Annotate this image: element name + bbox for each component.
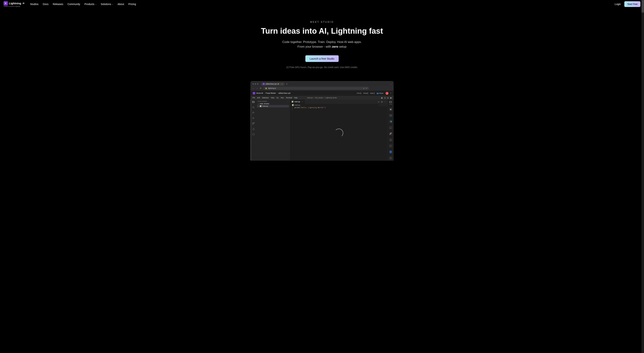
editor-tab-bar: main.py × ▷ ◫ ⋯ xyxy=(290,100,388,104)
more-actions-icon[interactable]: ⋯ xyxy=(384,101,386,103)
launch-studio-button[interactable]: Launch a free Studio xyxy=(305,55,339,62)
ide-menu-bar: File Edit Selection View Go Run Terminal… xyxy=(250,96,394,100)
svg-rect-6 xyxy=(252,124,253,124)
app-logo-icon[interactable] xyxy=(253,92,255,95)
explorer-folder[interactable]: ⌄ THIS_STUDIO xyxy=(257,103,289,105)
notebook-tool-icon[interactable]: ▭ xyxy=(389,114,392,117)
svg-point-7 xyxy=(252,133,254,135)
share-button[interactable]: 👥Share xyxy=(376,92,383,94)
breadcrumb-org[interactable]: Acme AI xyxy=(256,92,263,94)
close-tab-icon[interactable]: × xyxy=(302,101,303,103)
toggle-sidebar-icon[interactable]: ◫ xyxy=(384,97,386,99)
close-tab-icon[interactable]: × xyxy=(282,83,283,85)
remote-icon[interactable] xyxy=(252,133,255,136)
split-editor-icon[interactable]: ◫ xyxy=(381,101,383,103)
breadcrumb-studio[interactable]: skilled-blue-syk xyxy=(278,92,290,94)
browser-mockup: skilled-blue-syk ✨ × + ⌄ ← → ⟳ 🔒 lightni… xyxy=(250,81,394,161)
maximize-dot-icon[interactable] xyxy=(257,83,258,85)
nav-docs[interactable]: Docs xyxy=(43,3,48,6)
menu-terminal[interactable]: Terminal xyxy=(286,97,292,99)
toggle-panel-icon[interactable]: ▣ xyxy=(381,97,383,99)
forward-icon[interactable]: → xyxy=(256,87,258,90)
nav-about[interactable]: About xyxy=(118,3,124,6)
cpu-metric[interactable]: CPU xyxy=(357,92,361,94)
source-control-icon[interactable] xyxy=(252,111,255,114)
install-icon[interactable]: ⤓ xyxy=(363,87,364,89)
gradio-tool-icon[interactable]: 🌀 xyxy=(389,150,392,154)
menu-selection[interactable]: Selection xyxy=(262,97,269,99)
breadcrumb-project[interactable]: Fraud Model xyxy=(266,92,276,94)
nav-solutions[interactable]: Solutions⌄ xyxy=(101,3,113,6)
streamlit-tool-icon[interactable]: 〰 xyxy=(389,144,392,148)
nav-pricing[interactable]: Pricing xyxy=(128,3,136,6)
nav-releases[interactable]: Releases xyxy=(53,3,63,6)
new-tab-icon[interactable]: + xyxy=(286,83,288,85)
browser-tab[interactable]: skilled-blue-syk ✨ × xyxy=(261,83,284,86)
nav-studios[interactable]: Studios xyxy=(30,3,38,6)
chevron-down-icon: ⌄ xyxy=(258,103,259,105)
search-icon[interactable] xyxy=(252,106,255,109)
page-scrollbar[interactable] xyxy=(642,0,644,353)
menu-edit[interactable]: Edit xyxy=(257,97,260,99)
hero-eyebrow: MEET STUDIO xyxy=(4,21,640,23)
menu-file[interactable]: File xyxy=(252,97,255,99)
browser-tab-title: skilled-blue-syk ✨ xyxy=(266,83,279,85)
svg-rect-4 xyxy=(252,123,253,123)
editor-tab[interactable]: main.py × xyxy=(290,100,305,104)
minimap[interactable] xyxy=(379,104,388,106)
window-controls[interactable] xyxy=(252,83,258,85)
jupyter-tool-icon[interactable]: ◡ xyxy=(389,126,392,129)
layout-icon[interactable]: ▦ xyxy=(390,97,392,99)
svg-point-2 xyxy=(252,113,253,114)
explorer-icon[interactable] xyxy=(252,101,255,104)
logo-tagline: Creators of PyTorch Lightning xyxy=(4,6,24,7)
activity-bar xyxy=(250,100,256,160)
explorer-file[interactable]: main.py xyxy=(257,105,289,107)
python-file-icon xyxy=(292,104,294,106)
studio-right-sidebar: 4 CPU ▣ ▭ ◡ 🚀 △ 〰 🌀 ◇ xyxy=(388,100,394,160)
run-file-icon[interactable]: ▷ xyxy=(378,101,380,103)
tensorboard-tool-icon[interactable]: △ xyxy=(389,138,392,142)
back-icon[interactable]: ← xyxy=(252,87,254,90)
login-link[interactable]: Login xyxy=(615,3,621,6)
address-bar[interactable]: 🔒 lightning.ai ⤓ ⇪ xyxy=(263,87,369,90)
menu-help[interactable]: Help xyxy=(294,97,298,99)
close-dot-icon[interactable] xyxy=(252,83,254,85)
vscode-tool-icon[interactable] xyxy=(389,120,392,123)
minimize-dot-icon[interactable] xyxy=(255,83,256,85)
nav-community[interactable]: Community xyxy=(68,3,80,6)
deploy-tool-icon[interactable]: 🚀 xyxy=(389,132,392,136)
menu-view[interactable]: View xyxy=(271,97,274,99)
reload-icon[interactable]: ⟳ xyxy=(260,87,262,90)
code-editor[interactable]: 1 2 print('Hello, Lightning World!') xyxy=(290,106,388,111)
logo[interactable]: LightningAI Creators of PyTorch Lightnin… xyxy=(4,1,24,7)
menu-go[interactable]: Go xyxy=(276,97,278,99)
compute-selector[interactable]: 4 CPU xyxy=(389,101,392,105)
line-number: 2 xyxy=(292,109,293,110)
tabs-overflow-icon[interactable]: ⌄ xyxy=(390,83,392,85)
svg-point-1 xyxy=(252,112,253,112)
more-tool-icon[interactable]: ◇ xyxy=(389,156,392,160)
editor-breadcrumb[interactable]: main.py xyxy=(290,104,388,106)
start-free-button[interactable]: Start free xyxy=(624,1,640,7)
user-menu-chevron-icon[interactable]: ▾ xyxy=(390,92,391,94)
line-number: 1 xyxy=(292,107,293,109)
browser-toolbar: ← → ⟳ 🔒 lightning.ai ⤓ ⇪ xyxy=(250,86,394,91)
terminal-tool-icon[interactable]: ▣ xyxy=(389,108,392,111)
share-icon[interactable]: ⇪ xyxy=(366,87,367,89)
chevron-down-icon: ⌄ xyxy=(112,3,113,5)
explorer-more-icon[interactable]: ⋯ xyxy=(286,101,288,102)
user-avatar[interactable] xyxy=(386,92,388,95)
ram-metric[interactable]: RAM xyxy=(363,92,368,94)
nav-products[interactable]: Products⌄ xyxy=(84,3,96,6)
extensions-icon[interactable] xyxy=(252,122,255,125)
menu-run[interactable]: Run xyxy=(281,97,284,99)
code-line: print('Hello, Lightning World!') xyxy=(294,107,326,109)
toggle-bottom-icon[interactable]: ⊟ xyxy=(387,97,388,99)
run-debug-icon[interactable] xyxy=(252,117,255,120)
beaker-icon[interactable] xyxy=(252,127,255,130)
browser-tab-bar: skilled-blue-syk ✨ × + ⌄ xyxy=(250,81,394,86)
breadcrumb-sep: / xyxy=(277,92,277,94)
disk-metric[interactable]: Disk xyxy=(370,92,374,94)
editor-area: main.py × ▷ ◫ ⋯ main.py 1 2 xyxy=(290,100,388,160)
